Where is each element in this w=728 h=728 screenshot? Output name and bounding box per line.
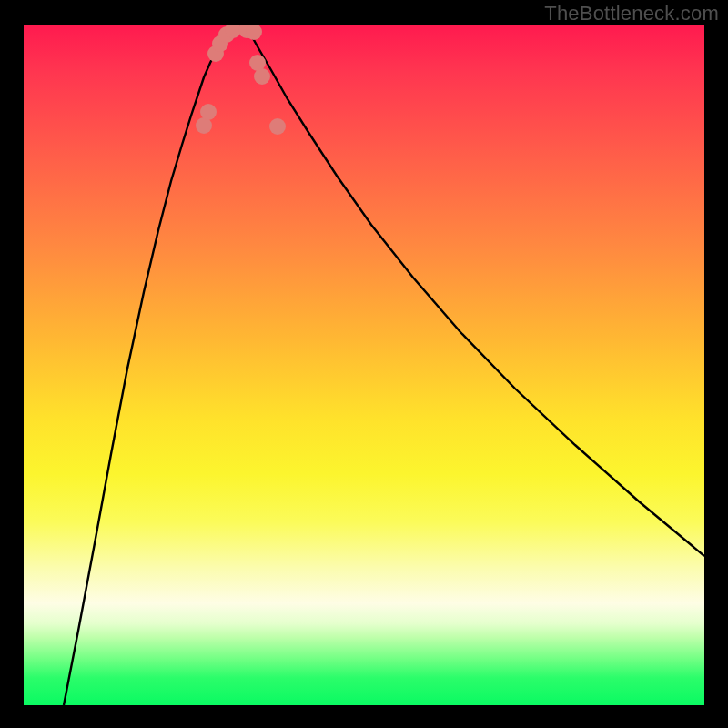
chart-svg [24,25,704,705]
data-marker [254,68,270,85]
data-marker [200,104,217,120]
data-marker [269,118,286,135]
watermark-text: TheBottleneck.com [544,2,719,25]
data-markers [196,25,286,135]
curve-group [64,32,704,705]
curve-right-branch [249,32,704,556]
plot-area [24,25,704,705]
